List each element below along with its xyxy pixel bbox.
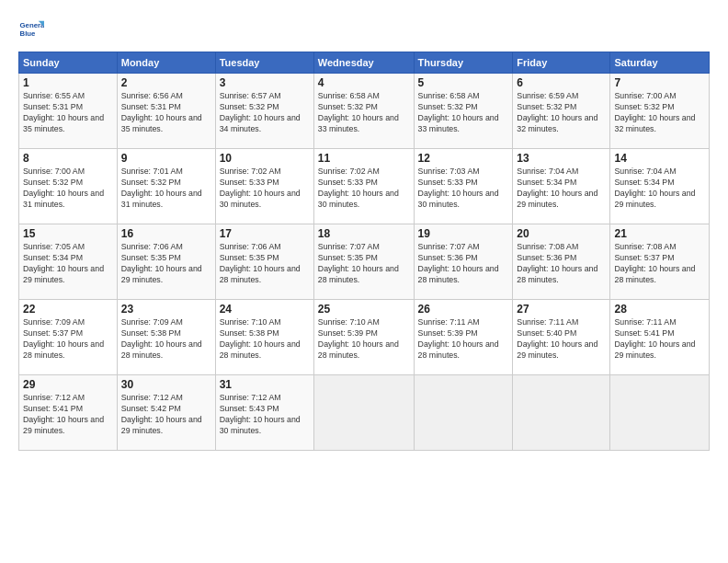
day-info: Sunrise: 7:01 AM Sunset: 5:32 PM Dayligh… — [121, 167, 211, 211]
day-cell: 9Sunrise: 7:01 AM Sunset: 5:32 PM Daylig… — [117, 149, 215, 224]
day-cell: 16Sunrise: 7:06 AM Sunset: 5:35 PM Dayli… — [117, 224, 215, 300]
day-number: 6 — [517, 76, 606, 89]
day-info: Sunrise: 6:57 AM Sunset: 5:32 PM Dayligh… — [220, 91, 310, 135]
day-number: 1 — [23, 76, 113, 89]
day-cell: 19Sunrise: 7:07 AM Sunset: 5:36 PM Dayli… — [414, 224, 513, 300]
day-number: 19 — [418, 227, 509, 240]
day-cell: 4Sunrise: 6:58 AM Sunset: 5:32 PM Daylig… — [313, 74, 414, 149]
day-number: 9 — [121, 152, 211, 165]
weekday-header-saturday: Saturday — [610, 52, 710, 74]
day-info: Sunrise: 6:58 AM Sunset: 5:32 PM Dayligh… — [318, 91, 410, 135]
day-cell: 17Sunrise: 7:06 AM Sunset: 5:35 PM Dayli… — [215, 224, 313, 300]
day-cell — [610, 375, 710, 451]
day-number: 12 — [418, 152, 509, 165]
day-number: 13 — [517, 152, 606, 165]
day-number: 14 — [614, 152, 705, 165]
weekday-header-tuesday: Tuesday — [215, 52, 313, 74]
day-info: Sunrise: 7:11 AM Sunset: 5:41 PM Dayligh… — [614, 317, 705, 362]
day-info: Sunrise: 7:06 AM Sunset: 5:35 PM Dayligh… — [121, 242, 211, 286]
day-number: 24 — [220, 303, 310, 316]
day-info: Sunrise: 7:06 AM Sunset: 5:35 PM Dayligh… — [220, 242, 310, 286]
day-number: 29 — [23, 378, 113, 391]
day-info: Sunrise: 7:08 AM Sunset: 5:37 PM Dayligh… — [614, 242, 705, 286]
day-info: Sunrise: 7:00 AM Sunset: 5:32 PM Dayligh… — [23, 167, 113, 211]
day-info: Sunrise: 6:59 AM Sunset: 5:32 PM Dayligh… — [517, 91, 606, 135]
day-cell: 24Sunrise: 7:10 AM Sunset: 5:38 PM Dayli… — [215, 300, 313, 375]
day-cell: 7Sunrise: 7:00 AM Sunset: 5:32 PM Daylig… — [610, 74, 710, 149]
week-row-5: 29Sunrise: 7:12 AM Sunset: 5:41 PM Dayli… — [19, 375, 710, 451]
day-number: 31 — [220, 378, 310, 391]
day-cell — [313, 375, 414, 451]
day-number: 18 — [318, 227, 410, 240]
day-cell: 31Sunrise: 7:12 AM Sunset: 5:43 PM Dayli… — [215, 375, 313, 451]
day-number: 15 — [23, 227, 113, 240]
day-info: Sunrise: 7:11 AM Sunset: 5:39 PM Dayligh… — [418, 317, 509, 362]
weekday-header-monday: Monday — [117, 52, 215, 74]
day-cell — [414, 375, 513, 451]
day-cell: 23Sunrise: 7:09 AM Sunset: 5:38 PM Dayli… — [117, 300, 215, 375]
day-info: Sunrise: 7:03 AM Sunset: 5:33 PM Dayligh… — [418, 167, 509, 211]
calendar-table: SundayMondayTuesdayWednesdayThursdayFrid… — [18, 52, 710, 451]
day-number: 4 — [318, 76, 410, 89]
day-cell: 18Sunrise: 7:07 AM Sunset: 5:35 PM Dayli… — [313, 224, 414, 300]
day-info: Sunrise: 7:08 AM Sunset: 5:36 PM Dayligh… — [517, 242, 606, 286]
day-info: Sunrise: 7:12 AM Sunset: 5:41 PM Dayligh… — [23, 393, 113, 437]
day-info: Sunrise: 7:05 AM Sunset: 5:34 PM Dayligh… — [23, 242, 113, 286]
week-row-3: 15Sunrise: 7:05 AM Sunset: 5:34 PM Dayli… — [19, 224, 710, 300]
day-number: 11 — [318, 152, 410, 165]
logo-icon: General Blue — [18, 17, 44, 42]
day-cell: 25Sunrise: 7:10 AM Sunset: 5:39 PM Dayli… — [313, 300, 414, 375]
day-info: Sunrise: 7:02 AM Sunset: 5:33 PM Dayligh… — [318, 167, 410, 211]
day-cell: 29Sunrise: 7:12 AM Sunset: 5:41 PM Dayli… — [19, 375, 118, 451]
day-cell: 26Sunrise: 7:11 AM Sunset: 5:39 PM Dayli… — [414, 300, 513, 375]
weekday-row: SundayMondayTuesdayWednesdayThursdayFrid… — [19, 52, 710, 74]
day-number: 28 — [614, 303, 705, 316]
day-cell: 11Sunrise: 7:02 AM Sunset: 5:33 PM Dayli… — [313, 149, 414, 224]
day-number: 25 — [318, 303, 410, 316]
logo: General Blue — [18, 17, 48, 42]
weekday-header-wednesday: Wednesday — [313, 52, 414, 74]
day-info: Sunrise: 6:55 AM Sunset: 5:31 PM Dayligh… — [23, 91, 113, 135]
day-info: Sunrise: 7:10 AM Sunset: 5:38 PM Dayligh… — [220, 317, 310, 362]
day-number: 22 — [23, 303, 113, 316]
svg-text:Blue: Blue — [20, 29, 37, 38]
day-info: Sunrise: 7:07 AM Sunset: 5:36 PM Dayligh… — [418, 242, 509, 286]
day-cell: 15Sunrise: 7:05 AM Sunset: 5:34 PM Dayli… — [19, 224, 118, 300]
day-number: 16 — [121, 227, 211, 240]
day-info: Sunrise: 7:12 AM Sunset: 5:42 PM Dayligh… — [121, 393, 211, 437]
day-cell: 28Sunrise: 7:11 AM Sunset: 5:41 PM Dayli… — [610, 300, 710, 375]
day-number: 17 — [220, 227, 310, 240]
day-number: 7 — [614, 76, 705, 89]
day-cell — [513, 375, 610, 451]
day-info: Sunrise: 7:10 AM Sunset: 5:39 PM Dayligh… — [318, 317, 410, 362]
day-info: Sunrise: 7:04 AM Sunset: 5:34 PM Dayligh… — [614, 167, 705, 211]
day-cell: 21Sunrise: 7:08 AM Sunset: 5:37 PM Dayli… — [610, 224, 710, 300]
week-row-2: 8Sunrise: 7:00 AM Sunset: 5:32 PM Daylig… — [19, 149, 710, 224]
header: General Blue — [18, 17, 710, 42]
day-info: Sunrise: 7:00 AM Sunset: 5:32 PM Dayligh… — [614, 91, 705, 135]
day-cell: 20Sunrise: 7:08 AM Sunset: 5:36 PM Dayli… — [513, 224, 610, 300]
day-info: Sunrise: 7:11 AM Sunset: 5:40 PM Dayligh… — [517, 317, 606, 362]
day-number: 3 — [220, 76, 310, 89]
day-cell: 8Sunrise: 7:00 AM Sunset: 5:32 PM Daylig… — [19, 149, 118, 224]
day-info: Sunrise: 6:56 AM Sunset: 5:31 PM Dayligh… — [121, 91, 211, 135]
day-cell: 14Sunrise: 7:04 AM Sunset: 5:34 PM Dayli… — [610, 149, 710, 224]
page: General Blue SundayMondayTuesdayWednesda… — [0, 0, 728, 563]
day-cell: 22Sunrise: 7:09 AM Sunset: 5:37 PM Dayli… — [19, 300, 118, 375]
day-number: 20 — [517, 227, 606, 240]
day-info: Sunrise: 7:09 AM Sunset: 5:37 PM Dayligh… — [23, 317, 113, 362]
day-number: 26 — [418, 303, 509, 316]
weekday-header-thursday: Thursday — [414, 52, 513, 74]
day-number: 21 — [614, 227, 705, 240]
day-cell: 27Sunrise: 7:11 AM Sunset: 5:40 PM Dayli… — [513, 300, 610, 375]
weekday-header-friday: Friday — [513, 52, 610, 74]
day-info: Sunrise: 7:07 AM Sunset: 5:35 PM Dayligh… — [318, 242, 410, 286]
day-cell: 6Sunrise: 6:59 AM Sunset: 5:32 PM Daylig… — [513, 74, 610, 149]
weekday-header-sunday: Sunday — [19, 52, 118, 74]
day-number: 8 — [23, 152, 113, 165]
day-cell: 1Sunrise: 6:55 AM Sunset: 5:31 PM Daylig… — [19, 74, 118, 149]
day-number: 10 — [220, 152, 310, 165]
day-cell: 3Sunrise: 6:57 AM Sunset: 5:32 PM Daylig… — [215, 74, 313, 149]
day-number: 30 — [121, 378, 211, 391]
day-number: 5 — [418, 76, 509, 89]
